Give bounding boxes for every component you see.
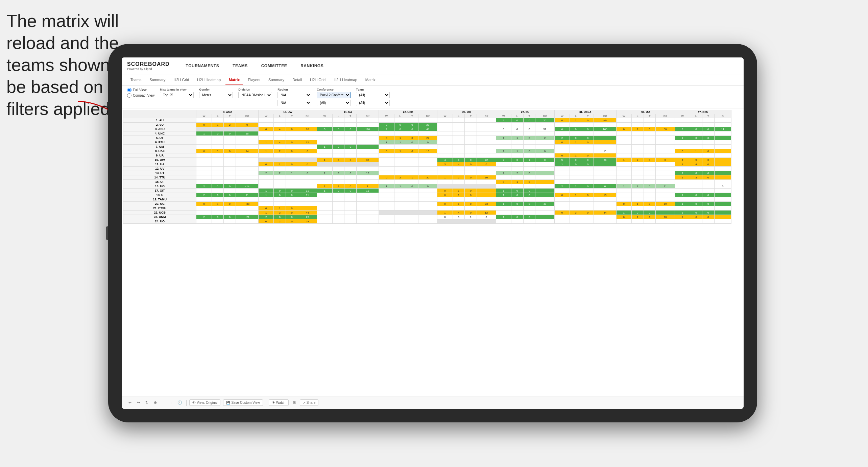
matrix-cell [523,140,535,145]
matrix-cell [236,219,259,224]
matrix-cell [496,197,511,202]
matrix-cell [714,219,731,224]
view-original-button[interactable]: 👁 View: Original [189,399,221,406]
matrix-cell [286,145,298,149]
matrix-cell [437,171,453,175]
subnav-teams[interactable]: Teams [127,76,145,84]
matrix-cell [465,171,477,175]
matrix-cell [523,184,535,189]
subnav-h2h-heatmap2[interactable]: H2H Heatmap [330,76,361,84]
gender-select[interactable]: Men's [199,92,233,98]
matrix-cell [656,140,675,145]
matrix-cell [582,219,594,224]
matrix-cell: 11 [656,184,675,189]
col-header-uu: 54. UU [616,110,675,114]
matrix-cell [511,145,523,149]
subnav-detail[interactable]: Detail [289,76,305,84]
matrix-cell: 0 [286,162,298,167]
nav-teams[interactable]: TEAMS [230,62,250,70]
minus-icon[interactable]: − [161,400,166,405]
matrix-cell: 1 [379,184,394,189]
matrix-cell [406,167,418,171]
matrix-cell: 25 [298,215,317,219]
matrix-cell: 11 [594,149,616,153]
matrix-cell [535,123,555,127]
grid-icon[interactable]: ⊞ [291,400,297,405]
division-filter: Division NCAA Division I [238,88,272,98]
matrix-cell: 3 [570,211,582,215]
matrix-cell [594,197,616,202]
full-view-radio[interactable]: Full View [127,88,154,92]
team-select[interactable]: (All) [356,92,390,98]
subnav-matrix2[interactable]: Matrix [362,76,379,84]
matrix-cell [298,184,317,189]
matrix-cell [644,131,656,136]
matrix-cell [631,131,644,136]
matrix-cell [344,206,357,211]
division-select[interactable]: NCAA Division I [238,92,272,98]
matrix-cell: 0 [511,158,523,162]
region-select[interactable]: N/A [278,92,311,98]
matrix-cell: 1 [570,140,582,145]
matrix-cell: 2 [535,136,555,140]
matrix-cell [379,219,394,224]
zoom-icon[interactable]: ⊕ [152,400,158,405]
subnav-h2h-heatmap[interactable]: H2H Heatmap [194,76,224,84]
undo-icon[interactable]: ↩ [127,400,133,405]
matrix-cell [224,158,236,162]
save-custom-button[interactable]: 💾 Save Custom View [223,399,263,406]
matrix-cell: 0 [344,184,357,189]
matrix-cell [394,153,406,158]
matrix-container[interactable]: 3. ASU 10. UW 11. UA 22. UCB 24. UO 27. … [122,108,744,396]
plus-icon[interactable]: + [168,400,173,405]
matrix-cell [332,193,344,197]
nav-rankings[interactable]: RANKINGS [298,62,326,70]
matrix-cell: 0 [675,149,690,153]
matrix-cell: 0 [298,162,317,167]
subnav-summary[interactable]: Summary [146,76,169,84]
subnav-summary2[interactable]: Summary [265,76,288,84]
conference-select2[interactable]: (All) [317,100,351,106]
max-teams-select[interactable]: Top 25 [160,92,194,98]
matrix-cell [317,149,332,153]
redo-icon[interactable]: ↪ [136,400,141,405]
nav-tournaments[interactable]: TOURNAMENTS [183,62,222,70]
matrix-cell [594,140,616,145]
nav-committee[interactable]: COMMITTEE [259,62,290,70]
table-row: 8. UAF01014120001015110011010 [123,149,731,153]
matrix-cell [212,145,224,149]
matrix-cell [344,175,357,180]
matrix-cell [631,145,644,149]
matrix-cell [644,140,656,145]
subnav-h2h-grid2[interactable]: H2H Grid [307,76,329,84]
matrix-cell [656,162,675,167]
subnav-players[interactable]: Players [244,76,264,84]
matrix-cell [259,136,274,140]
share-button[interactable]: ↗ Share [300,399,319,406]
conference-select[interactable]: Pac-12 Conference [317,92,351,98]
matrix-cell [344,118,357,123]
matrix-cell [332,136,344,140]
subnav-matrix[interactable]: Matrix [225,76,243,84]
matrix-cell: 0 [224,215,236,219]
clock-icon[interactable]: 🕐 [176,400,184,405]
refresh-icon[interactable]: ↻ [144,400,150,405]
matrix-cell [418,145,437,149]
compact-view-radio[interactable]: Compact View [127,93,154,98]
self-cell [379,211,437,215]
matrix-cell: 0 [644,158,656,162]
matrix-cell [317,175,332,180]
matrix-cell [453,140,465,145]
team-select2[interactable]: (All) [356,100,390,106]
matrix-cell [406,171,418,175]
matrix-cell [582,123,594,127]
matrix-cell [317,131,332,136]
matrix-cell [714,189,731,193]
region-select2[interactable]: N/A [278,100,311,106]
matrix-cell [317,197,332,202]
subnav-h2h-grid[interactable]: H2H Grid [170,76,192,84]
matrix-cell [236,189,259,193]
matrix-cell [631,193,644,197]
matrix-cell [554,206,570,211]
watch-button[interactable]: 👁 Watch [269,399,289,406]
